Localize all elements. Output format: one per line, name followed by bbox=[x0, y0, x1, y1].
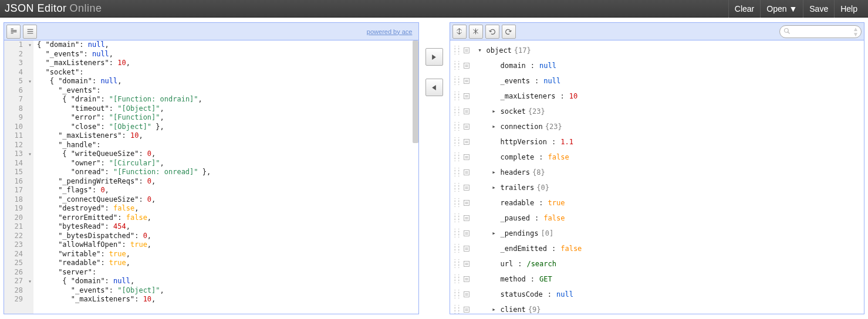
context-menu-button[interactable] bbox=[462, 305, 471, 314]
tree-row[interactable]: ::::::▸_pendings [0] bbox=[450, 226, 864, 241]
drag-handle-icon[interactable]: :::::: bbox=[454, 274, 460, 284]
format-button[interactable] bbox=[6, 25, 21, 39]
context-menu-button[interactable] bbox=[462, 107, 471, 116]
tree-row[interactable]: ::::::▸socket {23} bbox=[450, 104, 864, 119]
drag-handle-icon[interactable]: :::::: bbox=[454, 76, 460, 86]
menu-save[interactable]: Save bbox=[803, 0, 834, 18]
code-line[interactable]: "error": "[Function]", bbox=[37, 113, 418, 123]
code-line[interactable]: "timeout": "[Object]", bbox=[37, 104, 418, 114]
context-menu-button[interactable] bbox=[462, 61, 471, 70]
expand-all-button[interactable] bbox=[452, 25, 467, 39]
code-scrollbar[interactable] bbox=[413, 40, 418, 314]
code-line[interactable]: "_flags": 0, bbox=[37, 186, 418, 195]
code-line[interactable]: "_bytesDispatched": 0, bbox=[37, 232, 418, 241]
tree-row[interactable]: ::::::_endEmitted:false bbox=[450, 241, 864, 256]
code-editor[interactable]: 1234567891011121314151617181920212223242… bbox=[4, 40, 418, 314]
tree-key[interactable]: complete bbox=[501, 153, 535, 161]
code-line[interactable]: "close": "[Object]" }, bbox=[37, 123, 418, 132]
tree-key[interactable]: readable bbox=[501, 199, 535, 207]
powered-by-ace-link[interactable]: powered by ace bbox=[367, 28, 416, 35]
drag-handle-icon[interactable]: :::::: bbox=[454, 122, 460, 131]
tree-key[interactable]: domain bbox=[501, 62, 526, 70]
undo-button[interactable] bbox=[485, 25, 499, 39]
tree-row[interactable]: ::::::domain:null bbox=[450, 58, 864, 73]
expander-icon[interactable]: ▸ bbox=[490, 229, 498, 237]
drag-handle-icon[interactable]: :::::: bbox=[454, 91, 460, 101]
tree-key[interactable]: client bbox=[501, 306, 526, 314]
tree-key[interactable]: url bbox=[501, 260, 514, 268]
code-line[interactable]: "_maxListeners": 10, bbox=[37, 295, 418, 304]
tree-key[interactable]: headers bbox=[501, 168, 531, 177]
code-line[interactable]: { "writeQueueSize": 0, bbox=[37, 150, 418, 159]
tree-row[interactable]: ::::::url:/search bbox=[450, 256, 864, 272]
collapse-all-button[interactable] bbox=[469, 25, 483, 39]
tree-search-input[interactable] bbox=[779, 25, 862, 38]
code-line[interactable]: { "domain": null, bbox=[37, 40, 418, 50]
tree-row[interactable]: ::::::▾object {17} bbox=[450, 43, 864, 58]
code-line[interactable]: { "domain": null, bbox=[37, 277, 418, 286]
tree-value[interactable]: 1.1 bbox=[560, 138, 573, 146]
tree-value[interactable]: GET bbox=[539, 275, 552, 283]
tree-value[interactable]: null bbox=[556, 290, 573, 298]
code-line[interactable]: "onread": "[Function: onread]" }, bbox=[37, 168, 418, 177]
context-menu-button[interactable] bbox=[462, 274, 471, 284]
tree-key[interactable]: method bbox=[501, 275, 526, 283]
tree-value[interactable]: false bbox=[560, 245, 582, 253]
drag-handle-icon[interactable]: :::::: bbox=[454, 137, 460, 147]
copy-right-button[interactable] bbox=[425, 48, 443, 66]
tree-row[interactable]: ::::::method:GET bbox=[450, 272, 864, 287]
tree-key[interactable]: _paused bbox=[501, 214, 531, 222]
code-line[interactable]: "destroyed": false, bbox=[37, 204, 418, 213]
tree-value[interactable]: /search bbox=[526, 260, 556, 268]
tree-key[interactable]: httpVersion bbox=[501, 138, 547, 146]
menu-open[interactable]: Open ▼ bbox=[760, 0, 803, 18]
context-menu-button[interactable] bbox=[462, 213, 471, 223]
fold-marker[interactable]: ▾ bbox=[26, 277, 33, 286]
tree-row[interactable]: ::::::▸trailers {0} bbox=[450, 180, 864, 195]
drag-handle-icon[interactable]: :::::: bbox=[454, 305, 460, 314]
context-menu-button[interactable] bbox=[462, 137, 471, 147]
drag-handle-icon[interactable]: :::::: bbox=[454, 61, 460, 70]
fold-marker[interactable]: ▾ bbox=[26, 40, 33, 50]
tree-key[interactable]: statusCode bbox=[501, 290, 543, 298]
context-menu-button[interactable] bbox=[462, 183, 471, 192]
context-menu-button[interactable] bbox=[462, 290, 471, 299]
drag-handle-icon[interactable]: :::::: bbox=[454, 213, 460, 223]
tree-value[interactable]: 10 bbox=[569, 92, 577, 100]
tree-value[interactable]: false bbox=[548, 153, 569, 161]
code-line[interactable]: "_events": bbox=[37, 86, 418, 96]
expander-icon[interactable]: ▾ bbox=[476, 46, 484, 55]
tree-key[interactable]: object bbox=[487, 46, 512, 55]
menu-help[interactable]: Help bbox=[834, 0, 863, 18]
context-menu-button[interactable] bbox=[462, 244, 471, 253]
fold-gutter[interactable]: ▾▾▾▾ bbox=[26, 40, 33, 314]
code-line[interactable]: "owner": "[Circular]", bbox=[37, 159, 418, 168]
tree-row[interactable]: ::::::_maxListeners:10 bbox=[450, 89, 864, 104]
context-menu-button[interactable] bbox=[462, 152, 471, 162]
code-line[interactable]: "_events": null, bbox=[37, 50, 418, 59]
tree-row[interactable]: ::::::readable:true bbox=[450, 195, 864, 211]
tree-key[interactable]: connection bbox=[501, 123, 543, 131]
drag-handle-icon[interactable]: :::::: bbox=[454, 168, 460, 177]
code-line[interactable]: "_maxListeners": 10, bbox=[37, 131, 418, 141]
drag-handle-icon[interactable]: :::::: bbox=[454, 259, 460, 269]
expander-icon[interactable]: ▸ bbox=[490, 107, 498, 116]
drag-handle-icon[interactable]: :::::: bbox=[454, 244, 460, 253]
code-line[interactable]: "_handle": bbox=[37, 141, 418, 150]
drag-handle-icon[interactable]: :::::: bbox=[454, 229, 460, 238]
redo-button[interactable] bbox=[502, 25, 516, 39]
drag-handle-icon[interactable]: :::::: bbox=[454, 152, 460, 162]
tree-row[interactable]: ::::::httpVersion:1.1 bbox=[450, 134, 864, 150]
drag-handle-icon[interactable]: :::::: bbox=[454, 107, 460, 116]
tree-row[interactable]: ::::::_events:null bbox=[450, 73, 864, 89]
code-lines[interactable]: { "domain": null, "_events": null, "_max… bbox=[33, 40, 418, 314]
tree-row[interactable]: ::::::▸client {9} bbox=[450, 302, 864, 314]
menu-clear[interactable]: Clear bbox=[728, 0, 760, 18]
code-line[interactable]: "allowHalfOpen": true, bbox=[37, 240, 418, 250]
drag-handle-icon[interactable]: :::::: bbox=[454, 46, 460, 55]
tree-key[interactable]: _endEmitted bbox=[501, 245, 547, 253]
code-line[interactable]: "server": bbox=[37, 268, 418, 277]
tree-value[interactable]: true bbox=[548, 199, 565, 207]
fold-marker[interactable]: ▾ bbox=[26, 150, 33, 159]
tree-row[interactable]: ::::::complete:false bbox=[450, 150, 864, 165]
